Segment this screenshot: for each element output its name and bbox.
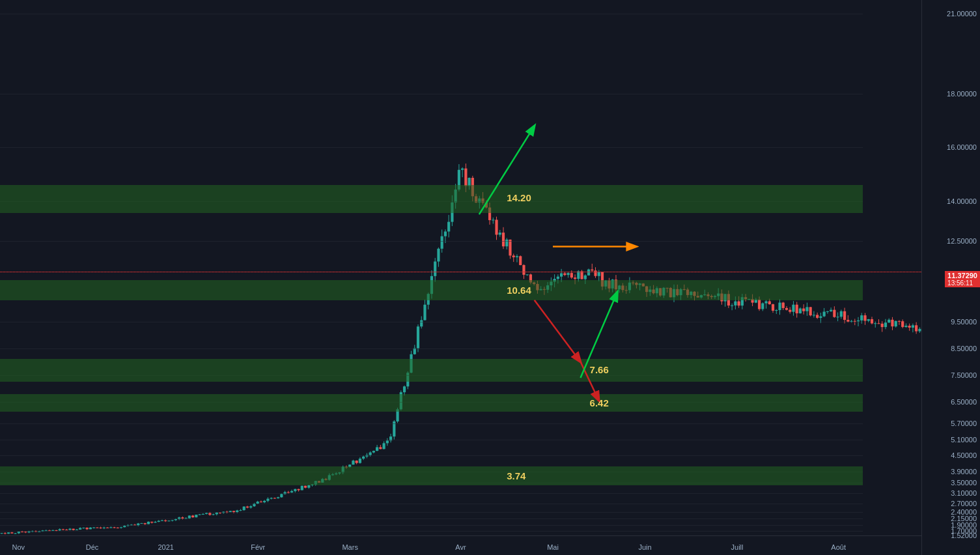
time-label: Mai	[547, 543, 559, 551]
price-level: 21.00000	[947, 10, 977, 18]
price-level: 6.50000	[951, 398, 977, 406]
time-label: Juin	[638, 543, 651, 551]
grid-line	[0, 349, 863, 349]
price-level: 5.10000	[951, 436, 977, 444]
grid-line	[0, 525, 863, 526]
price-level: 5.70000	[951, 420, 977, 427]
grid-line	[0, 519, 863, 519]
time-label: Août	[831, 543, 846, 551]
grid-line	[0, 423, 863, 424]
grid-line	[0, 493, 863, 494]
price-level: 1.52000	[951, 532, 977, 539]
support-zone	[0, 466, 863, 485]
time-label: Déc	[86, 543, 99, 551]
support-zone	[0, 280, 863, 300]
price-level: 3.50000	[951, 479, 977, 487]
grid-line	[0, 14, 863, 14]
time-label: Juill	[731, 543, 744, 551]
current-price-badge: 11.3729013:56:11	[945, 271, 980, 287]
price-level: 3.90000	[951, 468, 977, 476]
current-price-line	[0, 272, 921, 272]
price-level: 2.70000	[951, 500, 977, 507]
price-level: 18.00000	[947, 90, 977, 98]
grid-line	[0, 94, 863, 94]
price-level: 9.50000	[951, 318, 977, 326]
grid-line	[0, 322, 863, 322]
grid-line	[0, 440, 863, 440]
grid-line	[0, 531, 863, 532]
price-level: 8.50000	[951, 345, 977, 352]
price-level: 12.50000	[947, 237, 977, 245]
support-zone	[0, 185, 863, 213]
grid-line	[0, 147, 863, 148]
price-level: 16.00000	[947, 143, 977, 151]
support-zone	[0, 359, 863, 382]
price-level: 7.50000	[951, 371, 977, 379]
support-zone	[0, 394, 863, 412]
chart-container: 14.2010.647.666.423.74 21.0000018.000001…	[0, 0, 980, 555]
time-label: Mars	[342, 543, 357, 551]
price-level: 14.00000	[947, 197, 977, 205]
price-level: 3.10000	[951, 489, 977, 497]
grid-line	[0, 241, 863, 242]
time-axis: NovDéc2021FévrMarsAvrMaiJuinJuillAoût	[0, 535, 921, 555]
chart-area: 14.2010.647.666.423.74	[0, 0, 921, 535]
time-label: Avr	[455, 543, 466, 551]
price-level: 4.50000	[951, 451, 977, 459]
grid-line	[0, 512, 863, 513]
grid-line	[0, 504, 863, 504]
time-label: Nov	[12, 543, 25, 551]
grid-line	[0, 455, 863, 456]
time-label: 2021	[158, 543, 173, 551]
time-label: Févr	[251, 543, 265, 551]
